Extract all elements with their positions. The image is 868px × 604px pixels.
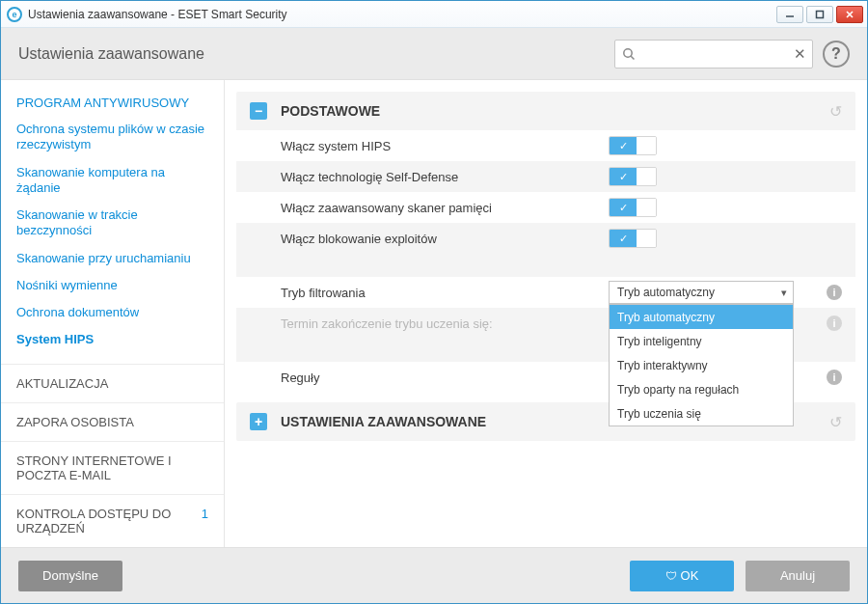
defaults-label: Domyślne — [42, 568, 98, 583]
ok-button[interactable]: 🛡OK — [630, 561, 734, 591]
filter-mode-select-wrap: Tryb automatyczny ▾ Tryb automatyczny Tr… — [609, 281, 794, 304]
filter-option-rule-based[interactable]: Tryb oparty na regułach — [610, 377, 793, 401]
cancel-button[interactable]: Anuluj — [746, 561, 850, 591]
clear-search-icon[interactable]: ✕ — [794, 45, 806, 63]
header: Ustawienia zaawansowane ✕ ? — [1, 28, 867, 80]
ok-label: OK — [681, 568, 699, 583]
app-icon: e — [7, 7, 22, 22]
sidebar-section-label: STRONY INTERNETOWE I POCZTA E-MAIL — [16, 453, 172, 482]
sidebar-item-system-hips[interactable]: System HIPS — [16, 328, 208, 355]
filter-mode-dropdown: Tryb automatyczny Tryb inteligentny Tryb… — [609, 304, 794, 426]
label-selfdefense: Włącz technologię Self-Defense — [281, 170, 609, 184]
filter-mode-select[interactable]: Tryb automatyczny ▾ — [609, 281, 794, 304]
label-rules: Reguły — [281, 371, 609, 385]
window-root: e Ustawienia zaawansowane - ESET Smart S… — [0, 0, 868, 604]
label-exploit: Włącz blokowanie exploitów — [281, 232, 609, 246]
svg-rect-3 — [817, 11, 824, 17]
cancel-label: Anuluj — [780, 568, 815, 583]
chevron-down-icon: ▾ — [781, 287, 787, 299]
help-glyph: ? — [831, 45, 841, 63]
filter-option-intelligent[interactable]: Tryb inteligentny — [610, 329, 793, 353]
row-selfdefense: Włącz technologię Self-Defense ✓ — [236, 161, 855, 192]
info-icon: i — [827, 316, 842, 331]
collapse-icon[interactable]: − — [250, 102, 267, 120]
label-hips: Włącz system HIPS — [281, 139, 609, 153]
footer: Domyślne 🛡OK Anuluj — [1, 547, 867, 603]
titlebar: e Ustawienia zaawansowane - ESET Smart S… — [1, 1, 867, 28]
main: − PODSTAWOWE ↺ Włącz system HIPS ✓ Włącz… — [225, 80, 867, 547]
sidebar-section-label: KONTROLA DOSTĘPU DO URZĄDZEŃ — [16, 507, 171, 535]
sidebar-section-label: AKTUALIZACJA — [16, 376, 108, 391]
defaults-button[interactable]: Domyślne — [18, 561, 122, 591]
window-title: Ustawienia zaawansowane - ESET Smart Sec… — [28, 8, 287, 21]
sidebar-section-web-email[interactable]: STRONY INTERNETOWE I POCZTA E-MAIL — [1, 441, 224, 494]
svg-text:e: e — [12, 10, 16, 19]
label-learning-end: Termin zakończenie trybu uczenia się: — [281, 316, 609, 331]
sidebar-section-tools[interactable]: NARZĘDZIA — [1, 547, 224, 548]
expand-icon[interactable]: + — [250, 413, 267, 430]
search-icon — [622, 47, 636, 61]
toggle-selfdefense[interactable]: ✓ — [609, 167, 657, 186]
row-memscan: Włącz zaawansowany skaner pamięci ✓ — [236, 192, 855, 223]
sidebar-item-realtime-protection[interactable]: Ochrona systemu plików w czasie rzeczywi… — [16, 118, 208, 161]
row-exploit: Włącz blokowanie exploitów ✓ — [236, 223, 855, 254]
window-buttons — [776, 6, 863, 23]
filter-option-auto[interactable]: Tryb automatyczny — [610, 305, 793, 329]
sidebar-item-startup-scan[interactable]: Skanowanie przy uruchamianiu — [16, 247, 208, 274]
reset-icon[interactable]: ↺ — [829, 413, 842, 431]
close-button[interactable] — [836, 6, 863, 23]
label-memscan: Włącz zaawansowany skaner pamięci — [281, 201, 609, 215]
filter-mode-value: Tryb automatyczny — [617, 286, 715, 299]
label-filter-mode: Tryb filtrowania — [281, 286, 609, 300]
sidebar-item-document-protection[interactable]: Ochrona dokumentów — [16, 301, 208, 328]
toggle-memscan[interactable]: ✓ — [609, 198, 657, 217]
row-hips: Włącz system HIPS ✓ — [236, 130, 855, 161]
body: PROGRAM ANTYWIRUSOWY Ochrona systemu pli… — [1, 80, 867, 547]
info-icon[interactable]: i — [827, 285, 842, 300]
search-box[interactable]: ✕ — [614, 40, 813, 69]
reset-icon[interactable]: ↺ — [829, 102, 842, 121]
panel-basic-title: PODSTAWOWE — [281, 103, 829, 119]
info-icon[interactable]: i — [827, 370, 842, 385]
filter-option-learning[interactable]: Tryb uczenia się — [610, 401, 793, 426]
sidebar-badge: 1 — [202, 507, 208, 521]
help-button[interactable]: ? — [823, 41, 850, 68]
panel-basic-header[interactable]: − PODSTAWOWE ↺ — [236, 92, 855, 130]
shield-icon: 🛡 — [665, 569, 677, 583]
sidebar-item-ondemand-scan[interactable]: Skanowanie komputera na żądanie — [16, 161, 208, 205]
sidebar: PROGRAM ANTYWIRUSOWY Ochrona systemu pli… — [1, 80, 225, 547]
sidebar-section-update[interactable]: AKTUALIZACJA — [1, 364, 224, 402]
svg-point-6 — [624, 48, 632, 56]
minimize-button[interactable] — [776, 6, 803, 23]
sidebar-group-antivirus[interactable]: PROGRAM ANTYWIRUSOWY — [1, 86, 224, 118]
filter-option-interactive[interactable]: Tryb interaktywny — [610, 353, 793, 377]
toggle-hips[interactable]: ✓ — [609, 136, 657, 155]
maximize-button[interactable] — [806, 6, 833, 23]
panel-basic: − PODSTAWOWE ↺ Włącz system HIPS ✓ Włącz… — [236, 92, 855, 393]
toggle-exploit[interactable]: ✓ — [609, 229, 657, 248]
breadcrumb: Ustawienia zaawansowane — [18, 45, 204, 63]
search-input[interactable] — [642, 41, 787, 68]
sidebar-item-removable-media[interactable]: Nośniki wymienne — [16, 274, 208, 301]
sidebar-item-idle-scan[interactable]: Skanowanie w trakcie bezczynności — [16, 204, 208, 247]
sidebar-section-device-control[interactable]: KONTROLA DOSTĘPU DO URZĄDZEŃ1 — [1, 494, 224, 547]
sidebar-section-firewall[interactable]: ZAPORA OSOBISTA — [1, 402, 224, 441]
sidebar-section-label: ZAPORA OSOBISTA — [16, 415, 134, 429]
svg-line-7 — [631, 56, 634, 59]
row-filter-mode: Tryb filtrowania Tryb automatyczny ▾ Try… — [236, 277, 855, 308]
sidebar-sublist: Ochrona systemu plików w czasie rzeczywi… — [1, 118, 224, 364]
